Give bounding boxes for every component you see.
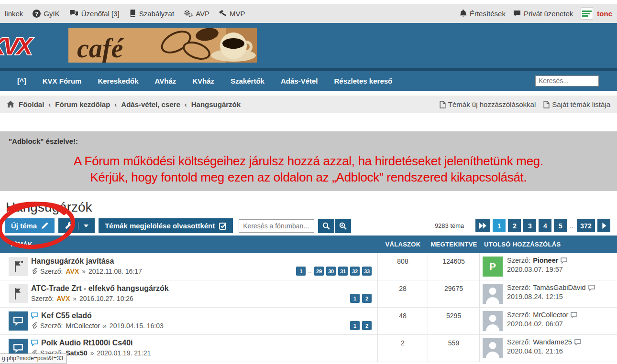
page-2-button[interactable]: 2 — [508, 219, 521, 232]
paperclip-icon — [31, 322, 37, 330]
topic-list: Hangsugárzók javítása Szerző: AVX » 2012… — [0, 253, 617, 362]
advanced-search-button[interactable] — [335, 219, 351, 233]
gavel-icon — [219, 10, 227, 17]
mini-page-button[interactable]: 2 — [362, 321, 372, 330]
site-search-input[interactable] — [535, 75, 599, 86]
private-messages-link[interactable]: Privát üzenetek — [513, 10, 573, 18]
nav-kvx-forum[interactable]: KVX Fórum — [43, 77, 82, 85]
avatar[interactable]: P — [483, 257, 503, 277]
bell-icon — [460, 10, 467, 17]
new-topic-button[interactable]: Új téma — [5, 218, 55, 233]
nav-reszletes-kereso[interactable]: Részletes kereső — [334, 77, 392, 85]
topic-author-link[interactable]: AVX — [66, 268, 79, 275]
new-posts-topics-link[interactable]: Témák új hozzászólásokkal — [440, 100, 536, 108]
comments-icon — [69, 10, 78, 17]
kvx-logo[interactable]: KVX — [0, 30, 48, 63]
mini-page-button[interactable]: 2 — [362, 294, 372, 303]
topic-author-link[interactable]: AVX — [56, 295, 70, 302]
nav-kvhaz[interactable]: KVház — [192, 77, 214, 85]
page-4-button[interactable]: 4 — [539, 219, 551, 232]
messageboard-link[interactable]: Üzenőfal [3] — [69, 10, 120, 18]
avatar[interactable] — [483, 338, 503, 358]
mini-page-button[interactable]: 1 — [350, 321, 360, 330]
page-5-button[interactable]: 5 — [554, 219, 567, 232]
mini-page-button[interactable]: 31 — [338, 267, 348, 276]
crumb-forum-index[interactable]: Fórum kezdőlap — [55, 100, 110, 108]
page-last-button[interactable]: 372 — [577, 219, 595, 232]
mark-topics-read-button[interactable]: Témák megjelölése olvasottként — [99, 218, 233, 233]
own-topics-link[interactable]: Saját témák listája — [543, 100, 610, 108]
book-icon — [129, 10, 136, 17]
crumb-hangsugarzok[interactable]: Hangsugárzók — [191, 100, 241, 108]
mini-page-button[interactable]: 30 — [326, 267, 336, 276]
goto-last-post-icon[interactable] — [561, 257, 567, 264]
svg-text:KVX: KVX — [0, 33, 33, 60]
avatar[interactable] — [483, 311, 503, 331]
avp-link[interactable]: AVP — [184, 10, 209, 18]
announcement-icon — [9, 257, 28, 276]
nav-avhaz[interactable]: AVház — [155, 77, 176, 85]
forum-toolbar: Új téma Témák megjelölése olvasottként 9… — [5, 218, 610, 233]
nav-szakertok[interactable]: Szakértők — [231, 77, 264, 85]
notifications-link[interactable]: Értesítések — [460, 10, 506, 18]
mini-page-button[interactable]: 1 — [350, 294, 360, 303]
goto-last-post-icon[interactable] — [574, 339, 581, 345]
topic-title-link[interactable]: Hangsugárzók javítása — [31, 256, 142, 266]
coffee-banner-ad[interactable]: café — [68, 28, 257, 63]
page-1-button[interactable]: 1 — [493, 219, 506, 232]
last-post-author-link[interactable]: Wandame25 — [533, 338, 572, 346]
wrench-icon — [65, 222, 73, 230]
document-icon — [543, 101, 550, 108]
topic-tools-button[interactable] — [58, 218, 95, 233]
check-square-icon — [219, 222, 227, 230]
next-page-button[interactable] — [597, 219, 610, 232]
topic-title-link[interactable]: Kef C55 eladó — [31, 310, 164, 321]
user-avatar — [581, 7, 593, 20]
last-post-author-link[interactable]: MrCollector — [533, 311, 568, 319]
page-jump-button[interactable] — [475, 219, 490, 232]
fast-forward-icon — [479, 223, 487, 229]
next-arrow-icon — [602, 223, 606, 229]
topic-title-link[interactable]: ATC-Trade Zrt - elfekvő hangsugárzók — [31, 283, 169, 293]
last-post-author-link[interactable]: TamásGabiDávid — [533, 284, 585, 291]
mini-page-button[interactable]: 29 — [314, 267, 324, 276]
views-count: 124605 — [428, 253, 480, 280]
goto-last-post-icon[interactable] — [588, 285, 595, 291]
crumb-home[interactable]: Főoldal — [19, 100, 44, 108]
goto-last-post-icon[interactable] — [571, 312, 577, 318]
breadcrumb: Főoldal ‹ Fórum kezdőlap ‹ Adás-vétel, c… — [7, 100, 241, 108]
mvp-link[interactable]: MVP — [219, 10, 245, 18]
unread-bubble-icon — [31, 312, 38, 319]
last-post-author-link[interactable]: Pioneer — [533, 257, 558, 264]
topic-author-link[interactable]: MrCollector — [66, 322, 100, 330]
quick-links-link[interactable]: linkek — [5, 10, 23, 18]
username: tonc — [597, 10, 612, 18]
views-count: 559 — [428, 335, 480, 362]
crumb-adas-vetel[interactable]: Adás-vétel, csere — [121, 100, 180, 108]
page-3-button[interactable]: 3 — [523, 219, 536, 232]
rules-link[interactable]: Szabályzat — [129, 10, 174, 18]
last-post-date: 2020.04.02. 06:07 — [507, 320, 577, 328]
topic-author-link[interactable]: Satx50 — [66, 349, 87, 357]
last-post-date: 2020.04.01. 21:16 — [507, 347, 581, 355]
mini-page-button[interactable]: 32 — [350, 267, 360, 276]
table-row: Kef C55 eladó Szerző: MrCollector » 2019… — [0, 308, 617, 335]
mini-page-button[interactable]: 1 — [296, 267, 306, 276]
paperclip-icon — [31, 268, 37, 275]
site-header: KVX café — [0, 23, 617, 68]
faq-link[interactable]: ? GyIK — [33, 10, 59, 18]
avatar[interactable] — [483, 284, 503, 304]
search-button[interactable] — [318, 219, 334, 233]
nav-adas-vetel[interactable]: Adás-Vétel — [281, 77, 318, 85]
top-utility-bar: linkek ? GyIK Üzenőfal [3] Szabályzat AV… — [0, 4, 617, 23]
user-menu[interactable]: tonc — [581, 7, 612, 20]
forum-search-input[interactable] — [239, 219, 314, 233]
topic-icon — [9, 311, 28, 331]
topic-title-link[interactable]: Polk Audio Rt1000i Cs40i — [31, 338, 151, 348]
adblock-notice: "Adblock" észlelve!: A Fórum működési kö… — [0, 131, 617, 191]
nav-top-anchor[interactable]: [^] — [17, 77, 26, 85]
table-row: Hangsugárzók javítása Szerző: AVX » 2012… — [0, 253, 617, 280]
mini-page-button[interactable]: 33 — [362, 267, 372, 276]
quick-links-label: linkek — [5, 10, 23, 18]
nav-kereskedok[interactable]: Kereskedők — [98, 77, 138, 85]
